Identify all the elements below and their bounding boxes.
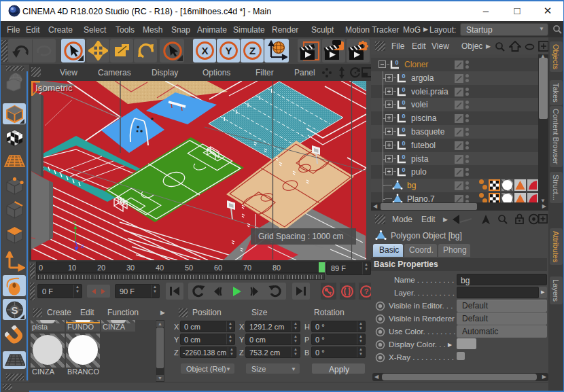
svg-text:Y: Y: [225, 45, 232, 56]
svg-text:0: 0: [402, 113, 405, 120]
svg-text:Grid Spacing : 1000 cm: Grid Spacing : 1000 cm: [258, 232, 343, 241]
svg-text:S: S: [11, 304, 18, 316]
svg-text:0: 0: [402, 73, 405, 79]
svg-text:0: 0: [402, 126, 405, 133]
svg-text:Z: Z: [81, 243, 84, 249]
svg-text:Z: Z: [249, 45, 255, 56]
svg-text:0: 0: [402, 166, 405, 173]
svg-text:0: 0: [402, 154, 405, 160]
svg-text:Isometric: Isometric: [35, 83, 73, 93]
svg-text:0: 0: [402, 140, 405, 147]
svg-text:X: X: [201, 45, 208, 56]
svg-text:?: ?: [364, 287, 369, 296]
svg-text:0: 0: [402, 99, 405, 106]
svg-text:Y: Y: [73, 219, 77, 226]
svg-text:0: 0: [395, 59, 398, 66]
svg-text:0: 0: [402, 86, 405, 93]
